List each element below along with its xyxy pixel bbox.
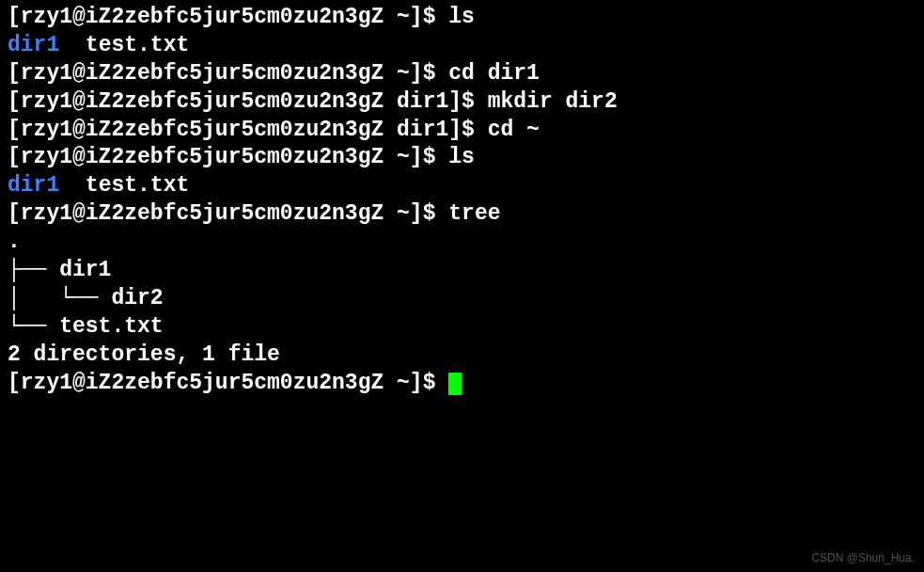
- directory-name: dir1: [8, 33, 59, 57]
- terminal-line: dir1 test.txt: [8, 32, 916, 60]
- shell-prompt: [rzy1@iZ2zebfc5jur5cm0zu2n3gZ dir1]$: [8, 89, 488, 114]
- command-text: mkdir dir2: [488, 89, 618, 114]
- tree-output: │ └── dir2: [8, 285, 916, 313]
- file-name: test.txt: [59, 173, 189, 198]
- terminal-line: [rzy1@iZ2zebfc5jur5cm0zu2n3gZ ~]$ ls: [8, 4, 916, 32]
- command-text: cd ~: [488, 118, 540, 142]
- directory-name: dir1: [8, 173, 59, 198]
- command-text: ls: [448, 145, 475, 169]
- command-text: cd dir1: [448, 61, 540, 86]
- terminal-line[interactable]: [rzy1@iZ2zebfc5jur5cm0zu2n3gZ ~]$: [8, 370, 916, 398]
- tree-summary: 2 directories, 1 file: [8, 342, 916, 370]
- terminal-line: [rzy1@iZ2zebfc5jur5cm0zu2n3gZ dir1]$ cd …: [8, 117, 916, 145]
- file-name: test.txt: [59, 33, 189, 57]
- cursor-icon: [448, 373, 462, 395]
- terminal-line: [rzy1@iZ2zebfc5jur5cm0zu2n3gZ ~]$ tree: [8, 200, 916, 229]
- terminal-line: [rzy1@iZ2zebfc5jur5cm0zu2n3gZ ~]$ ls: [8, 144, 916, 172]
- shell-prompt: [rzy1@iZ2zebfc5jur5cm0zu2n3gZ ~]$: [8, 5, 448, 29]
- shell-prompt: [rzy1@iZ2zebfc5jur5cm0zu2n3gZ ~]$: [8, 201, 448, 226]
- tree-output: └── test.txt: [8, 313, 916, 342]
- shell-prompt: [rzy1@iZ2zebfc5jur5cm0zu2n3gZ ~]$: [8, 145, 448, 169]
- shell-prompt: [rzy1@iZ2zebfc5jur5cm0zu2n3gZ ~]$: [8, 61, 448, 86]
- command-text: ls: [448, 5, 475, 29]
- tree-output: .: [8, 229, 916, 257]
- terminal-line: [rzy1@iZ2zebfc5jur5cm0zu2n3gZ dir1]$ mkd…: [8, 88, 916, 117]
- terminal-line: dir1 test.txt: [8, 172, 916, 200]
- shell-prompt: [rzy1@iZ2zebfc5jur5cm0zu2n3gZ dir1]$: [8, 118, 488, 142]
- shell-prompt: [rzy1@iZ2zebfc5jur5cm0zu2n3gZ ~]$: [8, 371, 448, 395]
- terminal-line: [rzy1@iZ2zebfc5jur5cm0zu2n3gZ ~]$ cd dir…: [8, 60, 916, 88]
- command-text: tree: [448, 201, 500, 226]
- tree-output: ├── dir1: [8, 257, 916, 285]
- watermark-text: CSDN @Shun_Hua.: [811, 551, 915, 566]
